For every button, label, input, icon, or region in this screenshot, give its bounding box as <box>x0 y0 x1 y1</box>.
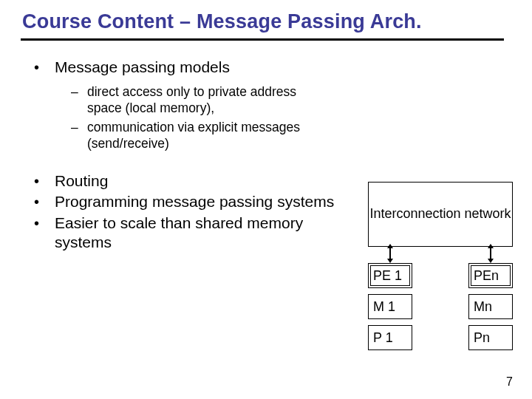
bullet-text: Easier to scale than shared memory syste… <box>55 214 335 253</box>
bullet-text: Programming message passing systems <box>55 192 335 211</box>
processor-box: Pn <box>468 325 513 350</box>
processor-label: Pn <box>474 330 490 346</box>
bullet-text: Routing <box>55 171 335 191</box>
bullet-icon <box>30 192 55 211</box>
page-number: 7 <box>506 375 513 389</box>
bullet-models: Message passing models <box>30 58 502 77</box>
bullet-text: Message passing models <box>55 58 502 77</box>
node-stack-1: PE 1 M 1 P 1 <box>368 263 412 356</box>
content-top: Message passing models direct access onl… <box>30 58 502 161</box>
bullet-icon <box>30 171 55 191</box>
dash-icon <box>71 84 87 117</box>
memory-label: M 1 <box>373 299 395 315</box>
memory-box: M 1 <box>368 294 412 319</box>
processor-box: P 1 <box>368 325 412 350</box>
dash-icon <box>71 120 87 152</box>
pe-box: PE 1 <box>368 263 412 288</box>
bullet-routing: Routing <box>30 171 340 191</box>
interconnection-network-box: Interconnection network <box>368 182 513 247</box>
sub-bullets: direct access only to private address sp… <box>71 84 502 152</box>
sub-bullet-1: direct access only to private address sp… <box>71 84 502 117</box>
bullet-icon <box>30 58 55 77</box>
slide: Course Content – Message Passing Arch. M… <box>0 0 532 399</box>
sub-text: direct access only to private address sp… <box>87 84 309 117</box>
bullet-programming: Programming message passing systems <box>30 192 340 211</box>
network-label: Interconnection network <box>369 206 511 222</box>
pe-box: PEn <box>468 263 513 288</box>
sub-text: communication via explicit messages (sen… <box>87 120 309 152</box>
node-stack-n: PEn Mn Pn <box>468 263 513 356</box>
slide-title: Course Content – Message Passing Arch. <box>22 10 422 33</box>
processor-label: P 1 <box>373 330 393 346</box>
memory-box: Mn <box>468 294 513 319</box>
content-lower: Routing Programming message passing syst… <box>30 171 340 253</box>
bullet-icon <box>30 214 55 253</box>
architecture-diagram: Interconnection network PE 1 M 1 P 1 PEn… <box>368 182 516 247</box>
double-arrow-icon <box>490 247 491 260</box>
pe-label: PE 1 <box>373 268 402 284</box>
sub-bullet-2: communication via explicit messages (sen… <box>71 120 502 152</box>
memory-label: Mn <box>474 299 492 315</box>
bullet-scale: Easier to scale than shared memory syste… <box>30 214 340 253</box>
double-arrow-icon <box>389 247 391 260</box>
title-underline <box>21 38 504 41</box>
pe-label: PEn <box>474 268 499 284</box>
